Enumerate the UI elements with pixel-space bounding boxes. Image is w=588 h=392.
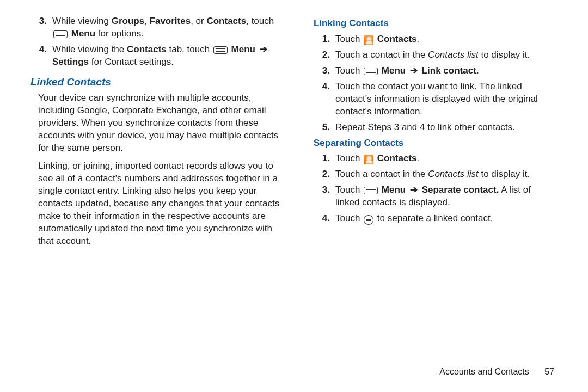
- step-number: 4.: [314, 81, 335, 118]
- bold: Menu: [231, 44, 258, 54]
- step-number: 5.: [314, 121, 335, 134]
- bold: Menu: [382, 185, 408, 195]
- step-item: 5. Repeat Steps 3 and 4 to link other co…: [314, 121, 555, 134]
- step-number: 3.: [314, 65, 335, 77]
- remove-icon: [364, 215, 373, 225]
- text: to separate a linked contact.: [375, 213, 493, 223]
- text: tab, touch: [167, 44, 212, 54]
- heading-separating-contacts: Separating Contacts: [314, 137, 555, 150]
- step-number: 2.: [314, 49, 335, 62]
- text: to display it.: [479, 50, 530, 60]
- step-item: 3. While viewing Groups, Favorites, or C…: [30, 15, 280, 40]
- text: While viewing: [52, 16, 112, 26]
- bold: Contacts: [206, 16, 246, 26]
- menu-icon: [213, 46, 228, 54]
- text: for options.: [95, 28, 144, 39]
- page-footer: Accounts and Contacts 57: [439, 366, 554, 378]
- bold: Separate contact.: [422, 185, 499, 195]
- menu-icon: [53, 30, 68, 38]
- step-item: 3. Touch Menu ➔ Separate contact. A list…: [314, 184, 555, 209]
- text: to display it.: [479, 169, 530, 179]
- bold: Menu: [382, 65, 408, 76]
- step-item: 2. Touch a contact in the Contacts list …: [314, 49, 555, 62]
- left-column: 3. While viewing Groups, Favorites, or C…: [30, 15, 280, 253]
- step-item: 1. Touch Contacts.: [314, 33, 555, 46]
- italic: Contacts list: [428, 169, 479, 179]
- step-text: Touch Menu ➔ Link contact.: [335, 65, 555, 77]
- step-text: Touch a contact in the Contacts list to …: [335, 168, 555, 181]
- text: .: [417, 153, 420, 163]
- bold: Favorites: [150, 16, 191, 26]
- paragraph: Your device can synchronize with multipl…: [38, 92, 280, 155]
- arrow-icon: ➔: [408, 65, 419, 76]
- right-column: Linking Contacts 1. Touch Contacts. 2. T…: [306, 15, 555, 253]
- text: for Contact settings.: [89, 57, 174, 67]
- arrow-icon: ➔: [408, 185, 419, 195]
- top-step-list: 3. While viewing Groups, Favorites, or C…: [30, 15, 280, 69]
- italic: Contacts list: [428, 50, 479, 60]
- text: Touch a contact in the: [335, 169, 428, 179]
- bold: Contacts: [377, 153, 417, 163]
- step-text: Repeat Steps 3 and 4 to link other conta…: [335, 121, 555, 134]
- step-number: 4.: [30, 44, 52, 69]
- menu-icon: [364, 187, 378, 194]
- step-text: Touch Menu ➔ Separate contact. A list of…: [335, 184, 555, 209]
- step-text: Touch the contact you want to link. The …: [335, 81, 555, 118]
- step-number: 2.: [314, 168, 335, 181]
- contacts-icon: [364, 155, 373, 164]
- contacts-icon: [364, 35, 373, 45]
- text: Touch a contact in the: [335, 50, 428, 60]
- step-item: 1. Touch Contacts.: [314, 152, 555, 165]
- footer-section: Accounts and Contacts: [439, 367, 529, 376]
- text: .: [417, 34, 420, 44]
- step-item: 4. While viewing the Contacts tab, touch…: [30, 44, 280, 69]
- arrow-icon: ➔: [258, 44, 269, 54]
- step-text: While viewing Groups, Favorites, or Cont…: [52, 15, 280, 40]
- step-text: Touch Contacts.: [335, 152, 555, 165]
- separating-step-list: 1. Touch Contacts. 2. Touch a contact in…: [306, 152, 555, 225]
- linking-step-list: 1. Touch Contacts. 2. Touch a contact in…: [306, 33, 555, 134]
- step-text: Touch to separate a linked contact.: [335, 212, 555, 225]
- step-text: Touch a contact in the Contacts list to …: [335, 49, 555, 62]
- text: Touch: [335, 153, 363, 163]
- heading-linked-contacts: Linked Contacts: [30, 75, 280, 89]
- text: ,: [144, 16, 149, 26]
- page-number: 57: [544, 366, 554, 378]
- text: , touch: [246, 16, 274, 26]
- menu-icon: [364, 68, 378, 75]
- paragraph: Linking, or joining, imported contact re…: [38, 160, 280, 248]
- step-text: While viewing the Contacts tab, touch Me…: [52, 44, 280, 69]
- step-item: 4. Touch the contact you want to link. T…: [314, 81, 555, 118]
- text: Touch: [335, 65, 363, 76]
- step-text: Touch Contacts.: [335, 33, 555, 46]
- heading-linking-contacts: Linking Contacts: [314, 17, 555, 30]
- bold: Groups: [112, 16, 144, 26]
- text: Touch: [335, 34, 363, 44]
- text: Touch: [335, 185, 363, 195]
- step-number: 3.: [314, 184, 335, 209]
- step-item: 2. Touch a contact in the Contacts list …: [314, 168, 555, 181]
- bold: Settings: [52, 57, 89, 67]
- text: , or: [191, 16, 206, 26]
- step-number: 1.: [314, 33, 335, 46]
- text: Touch: [335, 213, 363, 223]
- step-item: 3. Touch Menu ➔ Link contact.: [314, 65, 555, 77]
- bold: Contacts: [377, 34, 417, 44]
- bold: Link contact.: [422, 65, 479, 76]
- text: While viewing the: [52, 44, 127, 54]
- bold: Contacts: [127, 44, 167, 54]
- step-number: 1.: [314, 152, 335, 165]
- step-number: 3.: [30, 15, 52, 40]
- bold: Menu: [71, 28, 95, 39]
- step-number: 4.: [314, 212, 335, 225]
- step-item: 4. Touch to separate a linked contact.: [314, 212, 555, 225]
